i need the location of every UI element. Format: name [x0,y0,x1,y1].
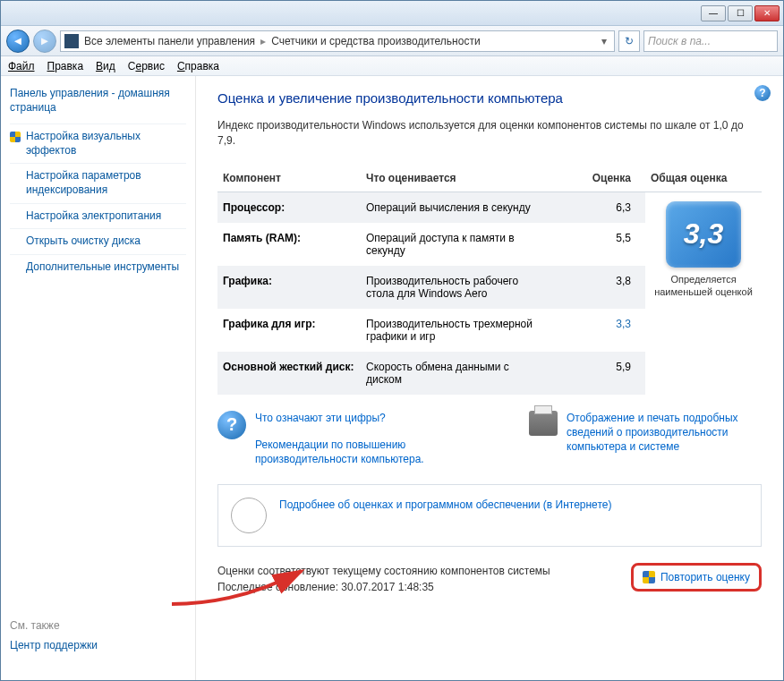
cell-what: Операций вычисления в секунду [361,192,549,223]
cell-what: Операций доступа к памяти в секунду [361,223,549,266]
see-also-label: См. также [10,619,186,632]
refresh-button[interactable]: ↻ [618,30,640,52]
sidebar-home-link[interactable]: Панель управления - домашняя страница [10,87,186,115]
menu-view[interactable]: Вид [96,60,115,72]
search-input[interactable]: Поиск в па... [643,30,778,52]
status-text: Оценки соответствуют текущему состоянию … [217,563,550,595]
sidebar-see-also: См. также Центр поддержки [10,619,186,669]
th-overall: Общая оценка [645,165,762,192]
th-score: Оценка [549,165,645,192]
status-line-1: Оценки соответствуют текущему состоянию … [217,563,550,579]
sidebar-item-visual-effects[interactable]: Настройка визуальных эффектов [10,123,186,163]
rerun-label: Повторить оценку [660,571,750,583]
breadcrumb[interactable]: Все элементы панели управления ▸ Счетчик… [60,30,615,52]
cell-score: 5,5 [549,223,645,266]
overall-score-caption: Определяется наименьшей оценкой [651,273,756,299]
software-cd-icon [231,498,267,533]
cell-component: Графика: [217,266,361,309]
shield-icon [643,571,655,583]
footer-row: Оценки соответствуют текущему состоянию … [217,563,762,595]
breadcrumb-dropdown-icon[interactable]: ▾ [598,35,610,47]
sidebar: Панель управления - домашняя страница На… [1,76,196,680]
cell-component: Основной жесткий диск: [217,352,361,395]
sidebar-item-disk-cleanup[interactable]: Открыть очистку диска [10,228,186,254]
minimize-button[interactable]: — [701,5,726,21]
chevron-right-icon: ▸ [260,35,266,47]
control-panel-icon [64,34,79,48]
cell-component: Память (RAM): [217,223,361,266]
table-row: Процессор: Операций вычисления в секунду… [217,192,762,223]
link-more-info-online[interactable]: Подробнее об оценках и программном обесп… [279,498,611,512]
links-row: ? Что означают эти цифры? Рекомендации п… [217,411,762,467]
close-button[interactable]: ✕ [754,5,780,21]
link-recommendations[interactable]: Рекомендации по повышению производительн… [255,438,502,466]
action-center-link[interactable]: Центр поддержки [10,639,186,651]
th-what: Что оценивается [361,165,549,192]
sidebar-item-extra-tools[interactable]: Дополнительные инструменты [10,254,186,280]
link-what-numbers[interactable]: Что означают эти цифры? [255,411,502,425]
control-panel-window: — ☐ ✕ ◄ ► Все элементы панели управления… [0,0,784,681]
cell-what: Производительность рабочего стола для Wi… [361,266,549,309]
th-component: Компонент [217,165,361,192]
cell-score: 6,3 [549,192,645,223]
forward-button[interactable]: ► [33,30,56,53]
rerun-assessment-button[interactable]: Повторить оценку [631,563,762,592]
menubar: Файл Правка Вид Сервис Справка [1,56,783,76]
cell-what: Производительность трехмерной графики и … [361,309,549,352]
overall-score-badge: 3,3 [666,201,741,268]
main-panel: ? Оценка и увеличение производительности… [196,76,783,680]
sidebar-item-power[interactable]: Настройка электропитания [10,203,186,229]
navbar: ◄ ► Все элементы панели управления ▸ Сче… [1,26,783,56]
maximize-button[interactable]: ☐ [728,5,753,21]
search-placeholder: Поиск в па... [648,35,711,47]
breadcrumb-item[interactable]: Все элементы панели управления [84,35,255,47]
menu-edit[interactable]: Правка [47,60,84,72]
printer-icon [529,411,558,436]
breadcrumb-item[interactable]: Счетчики и средства производительности [271,35,480,47]
info-box: Подробнее об оценках и программном обесп… [217,484,762,547]
links-right: Отображение и печать подробных сведений … [529,411,762,455]
help-icon[interactable]: ? [754,85,771,101]
status-line-2: Последнее обновление: 30.07.2017 1:48:35 [217,579,550,595]
content-area: Панель управления - домашняя страница На… [1,76,783,680]
page-title: Оценка и увеличение производительности к… [217,90,762,106]
sidebar-item-indexing[interactable]: Настройка параметров индексирования [10,163,186,202]
cell-score: 3,8 [549,266,645,309]
menu-help[interactable]: Справка [177,60,219,72]
cell-score-lowest: 3,3 [549,309,645,352]
menu-file[interactable]: Файл [8,60,35,72]
page-description: Индекс производительности Windows исполь… [217,118,762,149]
cell-score: 5,9 [549,352,645,395]
cell-what: Скорость обмена данными с диском [361,352,549,395]
cell-component: Процессор: [217,192,361,223]
back-button[interactable]: ◄ [6,30,30,53]
links-left: ? Что означают эти цифры? Рекомендации п… [217,411,502,467]
link-print-details[interactable]: Отображение и печать подробных сведений … [567,411,762,455]
question-icon: ? [217,411,246,439]
overall-score-cell: 3,3 Определяется наименьшей оценкой [645,192,762,395]
menu-service[interactable]: Сервис [128,60,165,72]
titlebar: — ☐ ✕ [1,1,783,26]
score-table: Компонент Что оценивается Оценка Общая о… [217,165,762,395]
cell-component: Графика для игр: [217,309,361,352]
